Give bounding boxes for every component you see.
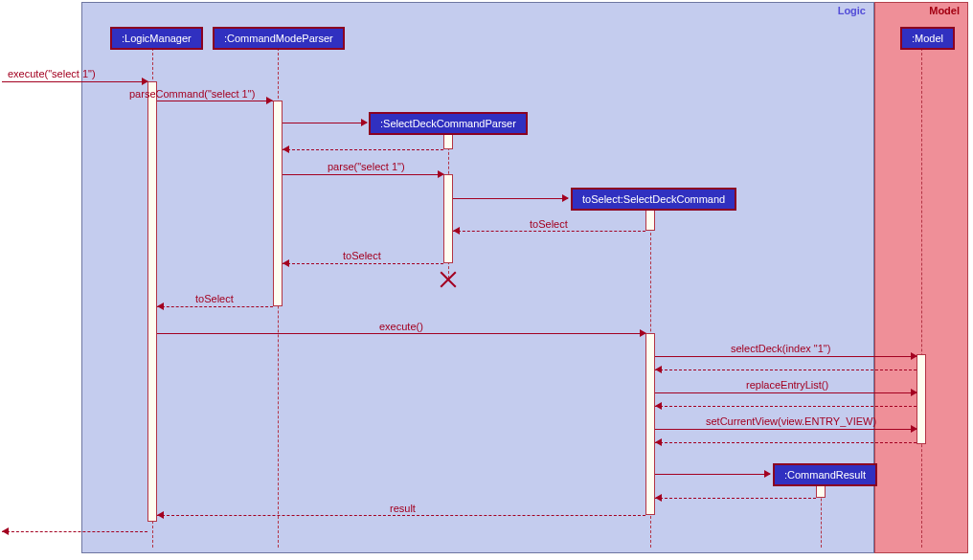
arrowhead-result [157, 511, 164, 519]
frame-logic-header: Logic [82, 3, 873, 20]
msg-toselect2: toSelect [343, 250, 381, 261]
arrow-setview [655, 429, 916, 430]
participant-command-mode-parser: :CommandModeParser [213, 27, 345, 50]
msg-result: result [390, 503, 416, 514]
arrowhead-toselect1 [453, 227, 460, 235]
msg-setcurrentview: setCurrentView(view.ENTRY_VIEW) [706, 415, 876, 427]
arrowhead-setview [911, 425, 917, 433]
arrow-execute2 [157, 333, 645, 334]
arrowhead-replace [911, 389, 917, 396]
arrow-final-ret [2, 531, 147, 532]
msg-toselect3: toSelect [195, 293, 234, 304]
activation-model [916, 354, 926, 444]
arrow-replace-ret [655, 406, 916, 407]
arrow-result [157, 515, 645, 516]
lifeline-model [921, 48, 922, 548]
arrow-toselect2 [283, 263, 443, 264]
activation-command-mode-parser [273, 101, 283, 306]
arrow-toselect1 [453, 231, 645, 232]
msg-parse: parse("select 1") [328, 161, 405, 172]
participant-model: :Model [900, 27, 955, 50]
participant-select-deck-command-parser: :SelectDeckCommandParser [369, 112, 528, 135]
participant-command-result: :CommandResult [773, 463, 877, 486]
arrow-parsecommand [157, 101, 273, 101]
arrow-return-sdcp [283, 149, 443, 150]
arrowhead-parsecommand [266, 97, 273, 104]
arrowhead-create-sdcp [361, 119, 368, 126]
activation-cr [816, 484, 826, 498]
frame-logic: Logic [81, 2, 874, 553]
arrowhead-selectdeck-ret [655, 366, 662, 373]
activation-sdc-1 [645, 209, 655, 231]
arrow-selectdeck-ret [655, 370, 916, 370]
participant-select-deck-command: toSelect:SelectDeckCommand [571, 188, 736, 211]
arrow-selectdeck [655, 356, 916, 357]
activation-logic-manager [147, 81, 157, 522]
arrow-parse [283, 174, 443, 175]
participant-logic-manager: :LogicManager [110, 27, 203, 50]
arrowhead-final-ret [2, 527, 9, 535]
arrow-toselect3 [157, 306, 273, 307]
arrow-create-sdc [453, 198, 568, 199]
arrowhead-return-sdcp [283, 146, 289, 153]
arrow-execute1 [2, 81, 147, 82]
destroy-icon [440, 271, 457, 288]
msg-toselect1: toSelect [530, 218, 568, 230]
activation-sdcp-1 [443, 133, 453, 149]
arrowhead-toselect3 [157, 302, 164, 310]
arrow-replace [655, 392, 916, 393]
arrowhead-cr-ret [655, 494, 662, 502]
arrow-create-cr [655, 474, 770, 475]
msg-execute2: execute() [379, 321, 423, 332]
arrowhead-execute1 [142, 78, 148, 85]
arrowhead-toselect2 [283, 259, 289, 267]
arrowhead-execute2 [640, 329, 646, 337]
msg-parsecommand: parseCommand("select 1") [129, 88, 255, 100]
arrowhead-parse [438, 170, 444, 178]
activation-sdc-2 [645, 333, 655, 515]
arrow-create-sdcp [283, 123, 367, 123]
sequence-diagram: Logic Model :LogicManager :CommandModePa… [0, 0, 973, 560]
arrowhead-replace-ret [655, 402, 662, 410]
msg-selectdeck: selectDeck(index "1") [731, 343, 830, 354]
activation-sdcp-2 [443, 174, 453, 263]
arrow-cr-ret [655, 498, 816, 499]
arrowhead-create-cr [764, 470, 771, 478]
arrowhead-selectdeck [911, 352, 917, 360]
frame-model-header: Model [875, 3, 967, 20]
arrowhead-setview-ret [655, 438, 662, 446]
msg-execute1: execute("select 1") [8, 68, 96, 79]
arrow-setview-ret [655, 442, 916, 443]
arrowhead-create-sdc [562, 194, 569, 202]
msg-replaceentrylist: replaceEntryList() [746, 379, 828, 391]
